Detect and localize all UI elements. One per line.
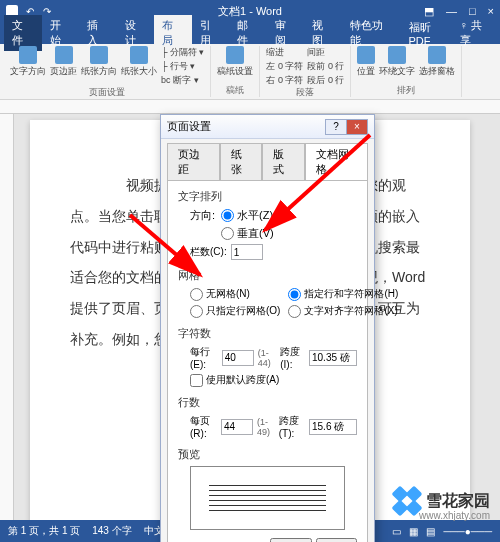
group-label-manuscript: 稿纸 [217,84,253,97]
breaks-button[interactable]: ├ 分隔符 ▾ [161,46,204,59]
drawing-grid-button[interactable]: 绘图网格(W)... [270,538,312,542]
page-setup-dialog: 页面设置 ? × 页边距 纸张 版式 文档网格 文字排列 方向: 水平(Z) 方… [160,114,375,542]
horizontal-ruler[interactable] [0,100,500,114]
apply-to-row: 应用于(Y): 整篇文档 绘图网格(W)... 字体设置(F)... [178,538,357,542]
ribbon-tabs: 文件 开始 插入 设计 布局 引用 邮件 审阅 视图 特色功能 福昕PDF ♀ … [0,22,500,44]
direction-horizontal-radio[interactable]: 水平(Z) [221,208,273,223]
indent-title: 缩进 [266,46,303,59]
preview-group: 预览 [178,447,357,530]
group-label-page-setup: 页面设置 [10,86,204,99]
dialog-tab-document-grid[interactable]: 文档网格 [305,143,368,180]
margins-button[interactable]: 页边距 [50,46,77,78]
lines-per-page-input[interactable] [221,419,253,435]
dialog-body: 文字排列 方向: 水平(Z) 方向: 垂直(V) 栏数(C): 网格 无网格(N… [167,180,368,542]
lines-per-page-range: (1-49) [257,417,275,437]
wrap-label: 环绕文字 [379,65,415,78]
close-button[interactable]: × [488,5,494,18]
ribbon-group-arrange: 位置 环绕文字 选择窗格 排列 [351,46,462,97]
ribbon: 文字方向 页边距 纸张方向 纸张大小 ├ 分隔符 ▾ ├ 行号 ▾ bc 断字 … [0,44,500,100]
position-button[interactable]: 位置 [357,46,375,78]
indent-controls: 缩进 左 0 字符 右 0 字符 [266,46,303,87]
selection-pane-button[interactable]: 选择窗格 [419,46,455,78]
chars-group: 字符数 每行(E): (1-44) 跨度(I): 使用默认跨度(A) [178,326,357,387]
grid-lines-chars-radio[interactable]: 指定行和字符网格(H) [288,287,398,301]
dialog-title: 页面设置 [167,119,211,134]
columns-input[interactable] [231,244,263,260]
vertical-ruler[interactable] [0,114,14,520]
share-button[interactable]: ♀ 共享 [460,18,501,48]
grid-group: 网格 无网格(N) 指定行和字符网格(H) 只指定行网格(O) 文字对齐字符网格… [178,268,357,318]
selection-label: 选择窗格 [419,65,455,78]
font-settings-button[interactable]: 字体设置(F)... [316,538,357,542]
logo-icon [394,488,420,514]
maximize-button[interactable]: □ [469,5,476,18]
line-pitch-label: 跨度(T): [279,414,305,439]
document-title: 文档1 - Word [218,4,282,19]
dialog-help-button[interactable]: ? [325,119,347,135]
share-label: 共享 [460,19,482,46]
status-word-count[interactable]: 143 个字 [92,524,131,538]
size-button[interactable]: 纸张大小 [121,46,157,78]
ribbon-group-paragraph: 缩进 左 0 字符 右 0 字符 间距 段前 0 行 段后 0 行 段落 [260,46,351,97]
lines-title: 行数 [178,395,357,410]
view-web-icon[interactable]: ▤ [426,526,435,537]
size-label: 纸张大小 [121,65,157,78]
manuscript-label: 稿纸设置 [217,65,253,78]
text-direction-group: 文字排列 方向: 水平(Z) 方向: 垂直(V) 栏数(C): [178,189,357,260]
spacing-title: 间距 [307,46,344,59]
tab-foxit-pdf[interactable]: 福昕PDF [401,17,460,50]
direction-vertical-radio[interactable]: 垂直(V) [221,226,274,241]
grid-lines-only-radio[interactable]: 只指定行网格(O) [190,304,280,318]
spacing-before[interactable]: 段前 0 行 [307,60,344,73]
line-numbers-button[interactable]: ├ 行号 ▾ [161,60,204,73]
dialog-tab-margins[interactable]: 页边距 [167,143,220,180]
manuscript-settings-button[interactable]: 稿纸设置 [217,46,253,78]
dialog-tabs: 页边距 纸张 版式 文档网格 [161,139,374,180]
watermark-text: 雪花家园 [426,491,490,512]
lines-group: 行数 每页(R): (1-49) 跨度(T): [178,395,357,439]
view-print-icon[interactable]: ▦ [409,526,418,537]
text-direction-label: 文字方向 [10,65,46,78]
chars-per-line-range: (1-44) [258,348,276,368]
dialog-tab-paper[interactable]: 纸张 [220,143,263,180]
spacing-controls: 间距 段前 0 行 段后 0 行 [307,46,344,87]
ribbon-group-manuscript: 稿纸设置 稿纸 [211,46,260,97]
text-direction-button[interactable]: 文字方向 [10,46,46,78]
preview-title: 预览 [178,447,357,462]
view-read-icon[interactable]: ▭ [392,526,401,537]
lines-per-page-label: 每页(R): [190,414,217,439]
direction-label: 方向: [190,208,215,223]
columns-label: 栏数(C): [190,245,227,259]
page-setup-extras: ├ 分隔符 ▾ ├ 行号 ▾ bc 断字 ▾ [161,46,204,87]
chars-per-line-label: 每行(E): [190,345,218,370]
orientation-label: 纸张方向 [81,65,117,78]
dialog-close-button[interactable]: × [346,119,368,135]
chars-per-line-input[interactable] [222,350,254,366]
dialog-tab-layout[interactable]: 版式 [262,143,305,180]
position-label: 位置 [357,65,375,78]
margins-label: 页边距 [50,65,77,78]
wrap-text-button[interactable]: 环绕文字 [379,46,415,78]
group-label-arrange: 排列 [357,84,455,97]
text-direction-title: 文字排列 [178,189,357,204]
group-label-paragraph: 段落 [266,86,344,99]
chars-title: 字符数 [178,326,357,341]
preview-thumbnail [190,466,345,530]
dialog-titlebar[interactable]: 页面设置 ? × [161,115,374,139]
grid-none-radio[interactable]: 无网格(N) [190,287,280,301]
zoom-slider[interactable]: ───●─── [443,526,492,537]
status-page[interactable]: 第 1 页，共 1 页 [8,524,80,538]
watermark: 雪花家园 www.xhjaty.com [394,488,490,514]
grid-snap-chars-radio[interactable]: 文字对齐字符网格(X) [288,304,398,318]
grid-title: 网格 [178,268,357,283]
orientation-button[interactable]: 纸张方向 [81,46,117,78]
ribbon-group-page-setup: 文字方向 页边距 纸张方向 纸张大小 ├ 分隔符 ▾ ├ 行号 ▾ bc 断字 … [4,46,211,97]
char-pitch-label: 跨度(I): [280,345,305,370]
watermark-url: www.xhjaty.com [419,510,490,521]
indent-left[interactable]: 左 0 字符 [266,60,303,73]
line-pitch-input[interactable] [309,419,357,435]
char-pitch-input[interactable] [309,350,357,366]
use-default-pitch-checkbox[interactable]: 使用默认跨度(A) [190,373,357,387]
